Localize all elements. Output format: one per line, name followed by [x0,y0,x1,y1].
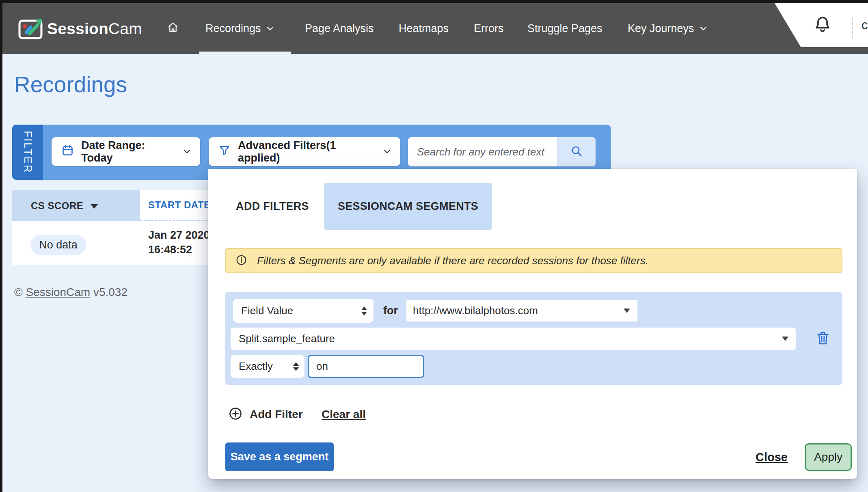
tab-sessioncam-segments[interactable]: SESSIONCAM SEGMENTS [324,183,492,230]
for-label: for [383,299,398,323]
top-navbar: SessionCam Recordings Page Analysis Heat… [0,3,868,54]
notifications-button[interactable] [812,15,833,36]
filter-collapse-tab[interactable]: FILTER [12,125,43,180]
apply-button[interactable]: Apply [805,443,852,471]
site-select[interactable]: http://www.bilalphotos.com [406,300,637,322]
screen: SessionCam Recordings Page Analysis Heat… [0,0,868,492]
advanced-filters-button[interactable]: Advanced Filters(1 applied) [209,137,400,166]
footer-brand-link[interactable]: SessionCam [26,286,90,298]
nav-item-label: Key Journeys [628,22,694,35]
field-type-select[interactable]: Field Value [233,299,374,323]
nav-item-errors[interactable]: Errors [474,3,504,54]
operator-select[interactable]: Exactly [231,355,304,378]
calendar-icon [61,144,74,160]
brand-name-light: Cam [108,20,142,38]
chevron-down-icon [700,26,707,31]
brand-name[interactable]: SessionCam [47,3,142,54]
attribute-select[interactable]: Split.sample_feature [231,328,796,350]
delete-filter-button[interactable] [814,329,832,349]
cs-score-label: CS SCORE [31,200,83,211]
sort-desc-icon [91,204,98,209]
notice-text: Filters & Segments are only available if… [257,255,648,267]
copyright-symbol: © [14,286,23,298]
search-box [408,137,596,166]
sessioncam-logo-icon [18,17,44,41]
filter-card: Field Value for http://www.bilalphotos.c… [225,292,842,385]
nav-item-label: Recordings [205,22,261,35]
start-date-line1: Jan 27 2020, [148,228,213,242]
chevron-down-icon [267,26,274,31]
close-link[interactable]: Close [756,447,788,467]
save-segment-button[interactable]: Save as a segment [225,442,334,471]
column-header-cs-score[interactable]: CS SCORE [12,190,140,221]
select-spinner-icon [361,306,367,315]
chevron-down-icon [184,149,190,154]
nav-item-recordings[interactable]: Recordings [205,3,274,54]
nav-item-label: Struggle Pages [527,22,602,35]
window-left-edge [0,0,2,492]
search-icon [570,145,583,159]
clipped-letter: c [862,18,868,32]
operator-select-value: Exactly [239,360,273,373]
nav-item-label: Errors [474,22,504,35]
clipped-account-text: c [862,3,868,47]
date-range-button[interactable]: Date Range: Today [52,137,200,166]
version-text: v5.032 [93,286,127,298]
brand-name-bold: Session [47,20,108,38]
nav-item-label: Page Analysis [305,22,374,35]
home-icon [166,21,179,37]
date-range-label: Date Range: Today [81,139,176,164]
nav-item-page-analysis[interactable]: Page Analysis [305,3,374,54]
page-title: Recordings [14,71,127,97]
trash-icon [816,330,830,347]
start-date-value: Jan 27 2020, 16:48:52 [148,228,213,257]
field-type-value: Field Value [241,304,293,317]
add-filter-label: Add Filter [250,408,303,421]
dropdown-arrow-icon [624,309,630,313]
search-input[interactable] [408,137,557,166]
attribute-select-value: Split.sample_feature [239,332,335,345]
select-spinner-icon [293,362,299,371]
clear-all-link[interactable]: Clear all [322,404,366,425]
plus-circle-icon [229,407,242,422]
nav-item-key-journeys[interactable]: Key Journeys [628,3,707,54]
nav-item-label: Heatmaps [399,22,449,35]
nav-home[interactable] [166,3,179,54]
window-top-edge [0,0,868,3]
nav-item-heatmaps[interactable]: Heatmaps [399,3,449,54]
filter-value-input[interactable] [308,355,424,378]
add-filter-button[interactable]: Add Filter [229,404,303,425]
tab-add-filters[interactable]: ADD FILTERS [228,183,317,230]
footer: © SessionCam v5.032 [14,286,127,299]
advanced-filters-panel: ADD FILTERS SESSIONCAM SEGMENTS Filters … [208,169,857,479]
advanced-filters-label: Advanced Filters(1 applied) [238,139,376,164]
active-nav-indicator [199,52,291,54]
site-select-value: http://www.bilalphotos.com [413,304,538,317]
bell-icon [813,15,832,35]
chevron-down-icon [384,149,391,154]
navbar-right-notch: c [771,3,868,47]
dropdown-arrow-icon [782,337,788,341]
start-date-line2: 16:48:52 [148,242,213,257]
start-date-label: START DATE [148,199,210,211]
vertical-divider [852,18,853,38]
notice-banner: Filters & Segments are only available if… [225,248,842,273]
funnel-icon [218,144,231,159]
search-button[interactable] [557,137,596,166]
cs-score-badge: No data [30,235,86,255]
info-icon [235,254,247,268]
filter-tab-label: FILTER [22,131,34,174]
nav-item-struggle-pages[interactable]: Struggle Pages [527,3,602,54]
